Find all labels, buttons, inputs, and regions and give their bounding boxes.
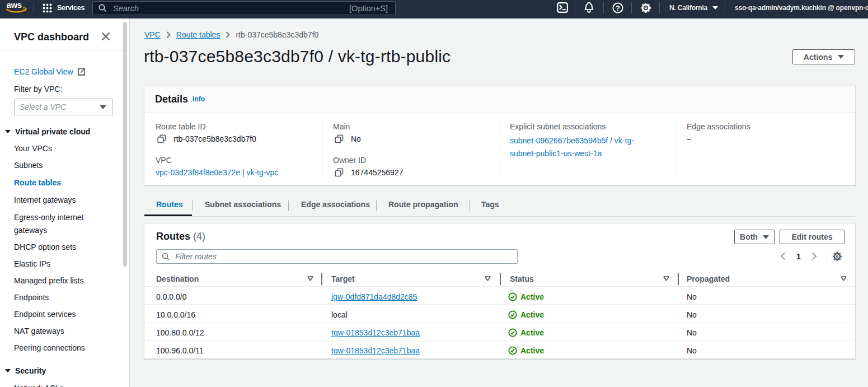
- svg-text:?: ?: [616, 3, 620, 12]
- svg-text:aws: aws: [7, 1, 22, 10]
